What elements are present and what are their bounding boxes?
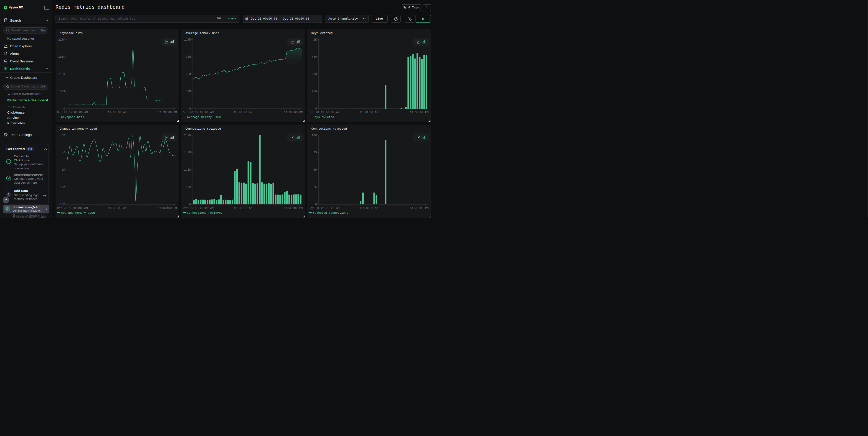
svg-text:11:00:00 AM: 11:00:00 AM xyxy=(234,207,252,210)
svg-text:750: 750 xyxy=(312,55,317,59)
svg-text:Oct 20 12:00:00 AM: Oct 20 12:00:00 AM xyxy=(57,111,88,114)
svg-text:0: 0 xyxy=(189,203,191,206)
svg-text:11:30:00 PM: 11:30:00 PM xyxy=(410,111,429,114)
svg-text:11:00:00 AM: 11:00:00 AM xyxy=(234,111,252,114)
svg-text:0: 0 xyxy=(315,203,317,206)
svg-text:11:00:00 AM: 11:00:00 AM xyxy=(107,111,127,114)
svg-text:120M: 120M xyxy=(184,38,191,41)
svg-text:30M: 30M xyxy=(186,90,191,93)
svg-text:Average memory used: Average memory used xyxy=(187,116,221,119)
svg-text:Oct 20 12:00:00 AM: Oct 20 12:00:00 AM xyxy=(57,207,88,210)
svg-text:11:30:00 PM: 11:30:00 PM xyxy=(410,207,429,210)
svg-text:2.2K: 2.2K xyxy=(184,134,191,137)
svg-text:-6M: -6M xyxy=(60,168,65,172)
svg-text:Connections recieved: Connections recieved xyxy=(187,211,223,214)
svg-text:50: 50 xyxy=(313,168,317,172)
svg-text:220K: 220K xyxy=(58,38,65,41)
svg-text:11:30:00 PM: 11:30:00 PM xyxy=(158,111,177,114)
svg-text:110K: 110K xyxy=(58,73,65,76)
svg-text:60M: 60M xyxy=(186,73,191,76)
svg-text:11:00:00 AM: 11:00:00 AM xyxy=(359,111,378,114)
svg-text:1.7K: 1.7K xyxy=(184,151,191,154)
svg-text:1K: 1K xyxy=(313,38,317,41)
svg-text:Keyspace hits: Keyspace hits xyxy=(61,116,84,119)
svg-text:Oct 20 12:00:00 AM: Oct 20 12:00:00 AM xyxy=(183,111,214,114)
svg-text:11:30:00 PM: 11:30:00 PM xyxy=(158,207,177,210)
svg-text:75: 75 xyxy=(313,151,317,154)
svg-text:-12M: -12M xyxy=(58,186,65,189)
svg-text:Keys evicted: Keys evicted xyxy=(313,116,334,119)
svg-text:11:30:00 PM: 11:30:00 PM xyxy=(284,111,303,114)
svg-text:11:00:00 AM: 11:00:00 AM xyxy=(359,207,378,210)
svg-text:100: 100 xyxy=(312,134,317,137)
svg-text:90M: 90M xyxy=(186,55,191,59)
svg-text:1.1K: 1.1K xyxy=(184,168,191,172)
svg-text:0: 0 xyxy=(315,107,317,111)
svg-text:55K: 55K xyxy=(60,90,65,93)
svg-text:Oct 20 12:00:00 AM: Oct 20 12:00:00 AM xyxy=(183,207,214,210)
svg-text:500: 500 xyxy=(312,73,317,76)
svg-text:rejected connections: rejected connections xyxy=(313,211,348,214)
svg-text:6M: 6M xyxy=(62,134,65,137)
svg-text:165K: 165K xyxy=(58,55,65,59)
svg-text:0: 0 xyxy=(63,107,65,111)
svg-text:Oct 20 12:00:00 AM: Oct 20 12:00:00 AM xyxy=(309,111,340,114)
svg-text:250: 250 xyxy=(312,90,317,93)
svg-text:550: 550 xyxy=(186,186,191,189)
svg-text:Average memory used: Average memory used xyxy=(61,211,95,214)
svg-text:25: 25 xyxy=(313,186,317,189)
svg-text:0: 0 xyxy=(189,107,191,111)
svg-text:11:00:00 AM: 11:00:00 AM xyxy=(107,207,127,210)
svg-text:11:30:00 PM: 11:30:00 PM xyxy=(284,207,303,210)
svg-text:0: 0 xyxy=(63,151,65,154)
svg-text:-18M: -18M xyxy=(58,203,65,206)
svg-text:Oct 20 12:00:00 AM: Oct 20 12:00:00 AM xyxy=(309,207,340,210)
